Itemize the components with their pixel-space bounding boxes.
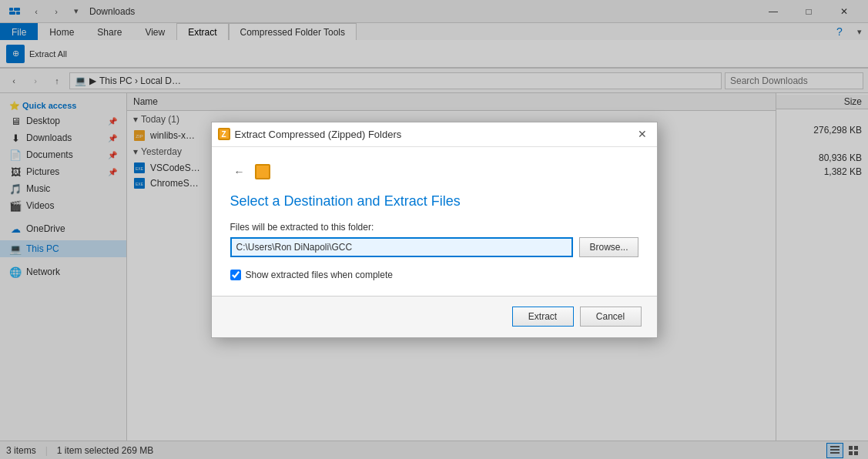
dialog-folder-label: Files will be extracted to this folder: <box>230 222 638 233</box>
extract-dialog: Z Extract Compressed (Zipped) Folders ✕ … <box>211 122 658 338</box>
dialog-heading: Select a Destination and Extract Files <box>230 193 638 209</box>
dialog-titlebar: Z Extract Compressed (Zipped) Folders ✕ <box>212 122 657 147</box>
dialog-folder-icon: Z <box>218 128 230 140</box>
dialog-close-button[interactable]: ✕ <box>634 126 651 142</box>
dialog-back-row: ← <box>230 162 638 181</box>
extract-button[interactable]: Extract <box>512 307 574 327</box>
dialog-path-input[interactable] <box>230 237 574 257</box>
dialog-browse-button[interactable]: Browse... <box>579 237 638 257</box>
dialog-back-button[interactable]: ← <box>230 162 249 181</box>
dialog-zip-icon <box>255 164 270 179</box>
dialog-path-row: Browse... <box>230 237 638 257</box>
dialog-overlay: Z Extract Compressed (Zipped) Folders ✕ … <box>0 0 868 459</box>
dialog-title-text: Extract Compressed (Zipped) Folders <box>235 129 634 140</box>
cancel-button[interactable]: Cancel <box>580 307 642 327</box>
dialog-body: ← Select a Destination and Extract Files… <box>212 147 657 296</box>
show-extracted-checkbox[interactable] <box>230 270 241 280</box>
show-extracted-label: Show extracted files when complete <box>246 270 393 280</box>
dialog-footer: Extract Cancel <box>212 296 657 337</box>
dialog-checkbox-row: Show extracted files when complete <box>230 270 638 280</box>
